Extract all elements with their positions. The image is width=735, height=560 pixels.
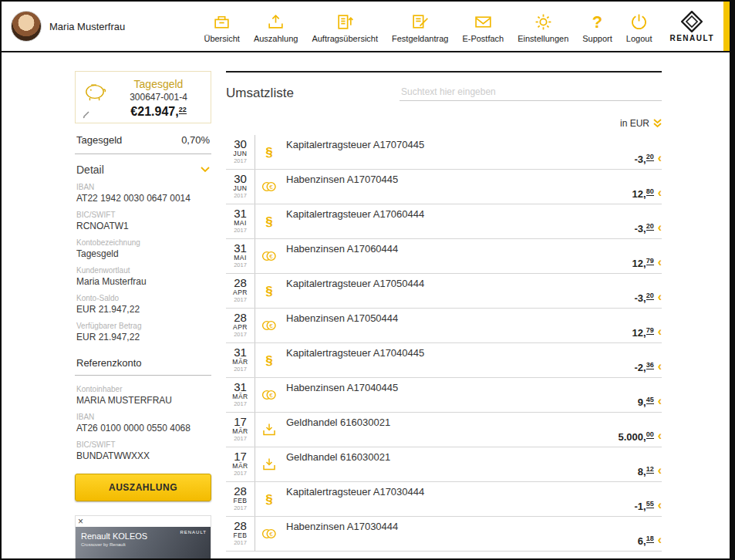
field-label: Konto-Saldo	[76, 294, 210, 302]
date-month: MÄR	[232, 393, 248, 400]
chevron-left-icon[interactable]: ‹	[658, 326, 662, 338]
reference-account-title: Referenzkonto	[75, 349, 211, 376]
transaction-body: Geldhandel 616030021 8,12 ‹	[283, 447, 662, 481]
transaction-type-icon: § €	[255, 170, 283, 204]
chevron-left-icon[interactable]: ‹	[658, 464, 662, 477]
date-year: 2017	[234, 470, 247, 477]
detail-toggle[interactable]: Detail	[75, 154, 211, 183]
table-row[interactable]: 17 MÄR 2017 § €	[226, 413, 662, 447]
table-row[interactable]: 28 APR 2017 § €	[226, 309, 662, 343]
table-row[interactable]: 28 FEB 2017 § €	[226, 517, 662, 552]
detail-field: Kundenwortlaut Maria Musterfrau	[75, 266, 211, 287]
tax-paragraph-icon: §	[265, 146, 272, 159]
brand-name: RENAULT	[669, 34, 714, 42]
table-row[interactable]: 28 FEB 2017 § €	[226, 482, 662, 517]
piggy-bank-icon	[82, 81, 108, 103]
ad-banner[interactable]: × RENAULT Renault KOLEOS Crossover by Re…	[75, 515, 211, 560]
ad-brand: RENAULT	[180, 530, 207, 535]
field-value: AT26 0100 0000 0550 4068	[76, 423, 210, 433]
transaction-description: Kapitalertragsteuer A17050444	[286, 278, 662, 289]
date-month: MAI	[234, 254, 247, 261]
detail-field: IBAN AT22 1942 0030 0647 0014	[75, 183, 211, 204]
chevron-down-icon	[201, 167, 210, 173]
gear-icon	[534, 12, 553, 32]
chevron-left-icon[interactable]: ‹	[658, 256, 662, 268]
sort-currency-control[interactable]: in EUR	[226, 118, 662, 135]
chevron-left-icon[interactable]: ‹	[658, 395, 662, 407]
transaction-body: Kapitalertragsteuer A17050444 -3,20 ‹	[283, 274, 662, 308]
chevron-left-icon[interactable]: ‹	[658, 360, 662, 373]
chevron-left-icon[interactable]: ‹	[658, 499, 662, 511]
detail-field: Verfügbarer Betrag EUR 21.947,22	[75, 322, 211, 342]
chevron-left-icon[interactable]: ‹	[658, 534, 662, 546]
nav-uebersicht[interactable]: Übersicht	[197, 8, 246, 45]
date-year: 2017	[234, 261, 247, 268]
fixed-deposit-icon	[410, 12, 430, 32]
transaction-body: Habenzinsen A17060444 12,79 ‹	[283, 239, 662, 273]
transaction-amount-row: 6,18 ‹	[638, 535, 662, 547]
transaction-date: 31 MÄR 2017	[226, 343, 255, 377]
payout-button[interactable]: AUSZAHLUNG	[75, 474, 211, 501]
chevron-left-icon[interactable]: ‹	[658, 221, 662, 234]
nav-label: Einstellungen	[518, 34, 568, 43]
transaction-date: 30 JUN 2017	[226, 135, 255, 169]
nav-label: Übersicht	[204, 34, 239, 43]
close-icon[interactable]: ×	[78, 517, 83, 526]
transaction-type-icon: § €	[255, 378, 283, 412]
date-year: 2017	[234, 192, 247, 199]
table-row[interactable]: 30 JUN 2017 § €	[226, 170, 662, 204]
detail-title: Detail	[76, 164, 104, 176]
transaction-description: Geldhandel 616030021	[286, 417, 662, 428]
transaction-date: 17 MÄR 2017	[226, 447, 255, 481]
transaction-description: Geldhandel 616030021	[286, 451, 662, 463]
nav-support[interactable]: ? Support	[575, 8, 619, 45]
nav-label: Auszahlung	[254, 34, 298, 43]
account-sidebar: Tagesgeld 300647-001-4 €21.947,22 Tagesg…	[75, 71, 211, 558]
field-label: Kontoinhaber	[76, 385, 210, 393]
chevron-left-icon[interactable]: ‹	[658, 187, 662, 199]
nav-auszahlung[interactable]: Auszahlung	[247, 8, 305, 45]
table-row[interactable]: 17 MÄR 2017 § €	[226, 447, 662, 482]
reference-field: Kontoinhaber MARIA MUSTERFRAU	[75, 385, 211, 406]
nav-logout[interactable]: Logout	[619, 8, 659, 45]
field-value: RCNOATW1	[76, 221, 210, 231]
nav-festgeldantrag[interactable]: Festgeldantrag	[385, 8, 455, 45]
sort-chevrons-icon	[653, 119, 662, 128]
account-card[interactable]: Tagesgeld 300647-001-4 €21.947,22	[75, 71, 211, 123]
chevron-left-icon[interactable]: ‹	[658, 430, 662, 442]
table-row[interactable]: 28 APR 2017 § €	[226, 274, 662, 309]
transaction-amount: 6,18	[638, 535, 654, 547]
chevron-left-icon[interactable]: ‹	[658, 291, 662, 303]
date-month: FEB	[233, 531, 247, 539]
nav-einstellungen[interactable]: Einstellungen	[511, 8, 575, 45]
date-year: 2017	[234, 331, 247, 338]
transaction-amount: 12,80	[632, 187, 654, 200]
coins-icon: €	[261, 319, 277, 332]
reference-fields: Kontoinhaber MARIA MUSTERFRAU IBAN AT26 …	[75, 385, 211, 461]
renault-diamond-icon	[681, 11, 703, 32]
search-input[interactable]	[400, 83, 662, 101]
edit-pencil-icon[interactable]	[82, 110, 91, 119]
ad-title: Renault KOLEOS	[81, 531, 147, 541]
date-year: 2017	[234, 435, 247, 442]
field-value: AT22 1942 0030 0647 0014	[76, 193, 210, 204]
table-row[interactable]: 31 MAI 2017 § €	[226, 204, 662, 239]
content-area: Tagesgeld 300647-001-4 €21.947,22 Tagesg…	[2, 52, 730, 558]
orders-icon	[335, 12, 355, 32]
detail-field: Kontobezeichnung Tagesgeld	[75, 238, 211, 259]
field-label: BIC/SWIFT	[76, 211, 210, 219]
date-year: 2017	[234, 296, 247, 303]
ad-image[interactable]: RENAULT Renault KOLEOS Crossover by Rena…	[76, 527, 211, 560]
nav-auftragsuebersicht[interactable]: Auftragsübersicht	[305, 8, 385, 45]
coins-icon: €	[261, 180, 277, 193]
table-row[interactable]: 30 JUN 2017 § €	[226, 135, 662, 170]
transaction-type-icon: § €	[255, 343, 283, 377]
avatar	[11, 11, 42, 42]
table-row[interactable]: 31 MÄR 2017 § €	[226, 343, 662, 378]
nav-epostfach[interactable]: E-Postfach	[455, 8, 511, 45]
table-row[interactable]: 31 MÄR 2017 § €	[226, 378, 662, 413]
transaction-amount-row: 5.000,00 ‹	[619, 430, 663, 443]
field-label: BIC/SWIFT	[76, 440, 210, 449]
chevron-left-icon[interactable]: ‹	[658, 152, 662, 164]
table-row[interactable]: 31 MAI 2017 § €	[226, 239, 662, 274]
